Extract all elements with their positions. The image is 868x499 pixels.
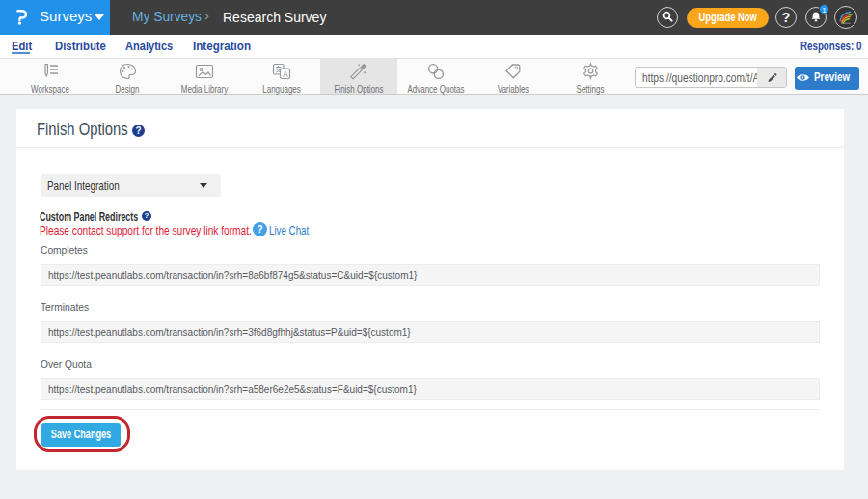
svg-text:A: A bbox=[283, 69, 288, 79]
